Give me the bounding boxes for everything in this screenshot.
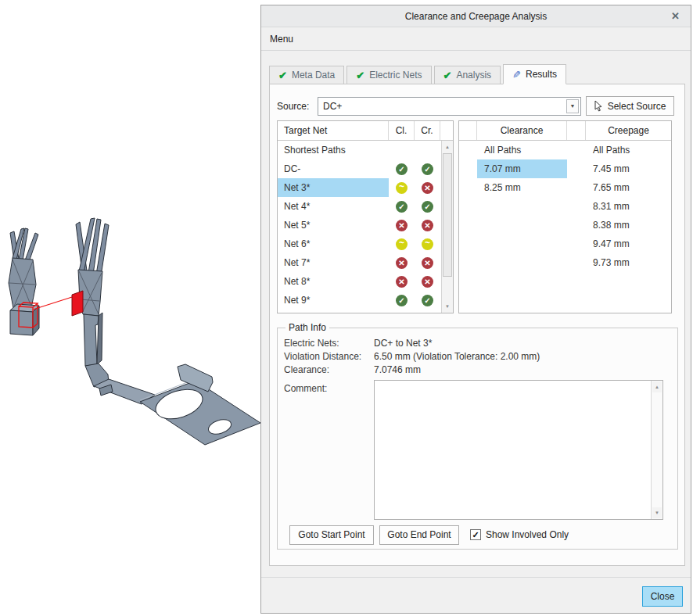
table-row: 8.25 mm 7.65 mm xyxy=(459,178,671,197)
table-row: 8.38 mm xyxy=(459,216,671,235)
tab-analysis[interactable]: ✔ Analysis xyxy=(434,66,501,84)
scrollbar-thumb[interactable] xyxy=(443,153,452,277)
table-row: All Paths All Paths xyxy=(459,141,671,159)
target-table-scrollbar[interactable]: ▲ ▼ xyxy=(441,141,453,313)
comment-label: Comment: xyxy=(284,382,327,395)
clearance-value-cell[interactable]: 8.25 mm xyxy=(477,178,567,197)
table-row: 9.47 mm xyxy=(459,235,671,253)
target-net-table-header: Target Net Cl. Cr. xyxy=(278,121,453,141)
dialog-title: Clearance and Creepage Analysis xyxy=(405,11,547,22)
creepage-status-icon: ~ xyxy=(422,238,433,250)
source-combobox[interactable]: DC+ ▼ xyxy=(318,97,581,116)
3d-viewport[interactable] xyxy=(0,0,260,616)
scroll-up-icon[interactable]: ▲ xyxy=(652,381,662,392)
creepage-value-cell[interactable]: 8.31 mm xyxy=(586,197,671,216)
table-row[interactable]: Net 9* ✓ ✓ xyxy=(278,291,441,310)
creepage-value-cell[interactable]: 7.65 mm xyxy=(586,178,671,197)
clearance-value-cell[interactable]: All Paths xyxy=(477,141,567,159)
tab-strip: ✔ Meta Data ✔ Electric Nets ✔ Analysis ✎… xyxy=(269,64,569,84)
check-icon: ✔ xyxy=(278,70,287,81)
clearance-value-cell-selected[interactable]: 7.07 mm xyxy=(477,159,567,178)
creepage-status-icon: ✓ xyxy=(422,295,433,306)
bracket-shaft xyxy=(84,314,99,366)
target-net-cell[interactable]: Net 5* xyxy=(278,216,389,235)
creepage-value-cell[interactable]: 7.45 mm xyxy=(586,159,671,178)
clearance-value-cell xyxy=(477,197,567,216)
creepage-status-icon: ✕ xyxy=(422,182,433,194)
target-net-cell[interactable]: Shortest Paths xyxy=(278,141,389,159)
table-row-partial[interactable]: ✓ ~ xyxy=(278,310,441,313)
table-row[interactable]: Net 5* ✕ ✕ xyxy=(278,216,441,235)
table-row[interactable]: Shortest Paths xyxy=(278,141,441,159)
select-source-label: Select Source xyxy=(608,101,666,112)
table-row[interactable]: Net 7* ✕ ✕ xyxy=(278,253,441,272)
electric-nets-label: Electric Nets: xyxy=(284,337,339,349)
table-row: 9.73 mm xyxy=(459,253,671,272)
goto-start-point-button[interactable]: Goto Start Point xyxy=(289,525,374,545)
screen: Clearance and Creepage Analysis ✕ Menu ✔… xyxy=(0,0,693,616)
table-row[interactable]: Net 4* ✓ ✓ xyxy=(278,197,441,216)
chevron-down-icon[interactable]: ▼ xyxy=(566,99,579,113)
target-net-cell[interactable]: Net 6* xyxy=(278,235,389,253)
table-row[interactable]: Net 8* ✕ ✕ xyxy=(278,272,441,291)
table-row[interactable]: DC- ✓ ✓ xyxy=(278,159,441,178)
comment-textarea[interactable]: ▲ ▼ xyxy=(374,380,663,520)
tab-label: Results xyxy=(526,69,557,80)
violation-distance-label: Violation Distance: xyxy=(284,350,361,363)
clearance-status-icon: ✓ xyxy=(396,201,408,213)
column-header-gutter xyxy=(567,121,586,140)
clearance-status-icon xyxy=(396,145,408,156)
target-net-cell[interactable]: DC- xyxy=(278,159,389,178)
tab-label: Analysis xyxy=(456,70,491,81)
scroll-down-icon[interactable]: ▼ xyxy=(443,301,452,312)
clearance-creepage-dialog: Clearance and Creepage Analysis ✕ Menu ✔… xyxy=(260,5,691,614)
menu-bar: Menu xyxy=(261,28,691,51)
table-row: 8.31 mm xyxy=(459,197,671,216)
clearance-label: Clearance: xyxy=(284,364,329,376)
column-header-cr[interactable]: Cr. xyxy=(415,121,440,140)
path-info-group: Path Info Electric Nets: DC+ to Net 3* V… xyxy=(277,328,678,550)
close-icon[interactable]: ✕ xyxy=(671,5,680,27)
dialog-titlebar[interactable]: Clearance and Creepage Analysis ✕ xyxy=(261,5,691,27)
target-net-cell[interactable]: Net 7* xyxy=(278,253,389,272)
target-net-cell[interactable]: Net 8* xyxy=(278,272,389,291)
scroll-up-icon[interactable]: ▲ xyxy=(443,141,452,152)
scroll-down-icon[interactable]: ▼ xyxy=(652,507,662,518)
target-net-table-body: Shortest Paths DC- ✓ ✓ Net 3* ~ ✕ xyxy=(278,141,441,313)
table-row-selected[interactable]: Net 3* ~ ✕ xyxy=(278,178,441,197)
cursor-icon xyxy=(594,100,603,112)
tab-electric-nets[interactable]: ✔ Electric Nets xyxy=(346,66,431,84)
creepage-value-cell[interactable]: 9.47 mm xyxy=(586,235,671,253)
clearance-value-cell xyxy=(477,216,567,235)
creepage-status-icon xyxy=(422,145,433,156)
column-header-creepage[interactable]: Creepage xyxy=(586,121,671,140)
creepage-status-icon: ✓ xyxy=(422,163,433,175)
target-net-cell[interactable]: Net 9* xyxy=(278,291,389,310)
column-header-gutter xyxy=(459,121,477,140)
paths-table-body: All Paths All Paths 7.07 mm 7.45 mm 8.25… xyxy=(459,141,671,272)
table-row[interactable]: Net 6* ~ ~ xyxy=(278,235,441,253)
tab-meta-data[interactable]: ✔ Meta Data xyxy=(269,66,344,84)
creepage-value-cell[interactable]: All Paths xyxy=(586,141,671,159)
clearance-status-icon: ✕ xyxy=(396,257,408,269)
creepage-value-cell[interactable]: 9.73 mm xyxy=(586,253,671,272)
creepage-value-cell[interactable]: 8.38 mm xyxy=(586,216,671,235)
target-net-cell[interactable] xyxy=(278,310,389,313)
goto-end-point-button[interactable]: Goto End Point xyxy=(379,525,459,545)
column-header-gutter xyxy=(440,121,453,140)
target-net-cell[interactable]: Net 4* xyxy=(278,197,389,216)
column-header-target-net[interactable]: Target Net xyxy=(278,121,389,140)
select-source-button[interactable]: Select Source xyxy=(586,96,674,116)
paths-table: Clearance Creepage All Paths All Paths 7… xyxy=(458,120,672,313)
target-net-cell[interactable]: Net 3* xyxy=(278,178,389,197)
clearance-status-icon: ✓ xyxy=(396,295,408,306)
violation-distance-value: 6.50 mm (Violation Tolerance: 2.00 mm) xyxy=(374,350,540,363)
column-header-cl[interactable]: Cl. xyxy=(389,121,415,140)
tab-results[interactable]: ✎ Results xyxy=(503,64,566,84)
show-involved-only-checkbox[interactable]: ✓ xyxy=(470,529,481,540)
tab-label: Meta Data xyxy=(292,70,335,81)
menu-item-menu[interactable]: Menu xyxy=(261,28,302,51)
close-button[interactable]: Close xyxy=(642,586,683,607)
comment-scrollbar[interactable]: ▲ ▼ xyxy=(651,381,662,519)
column-header-clearance[interactable]: Clearance xyxy=(477,121,567,140)
